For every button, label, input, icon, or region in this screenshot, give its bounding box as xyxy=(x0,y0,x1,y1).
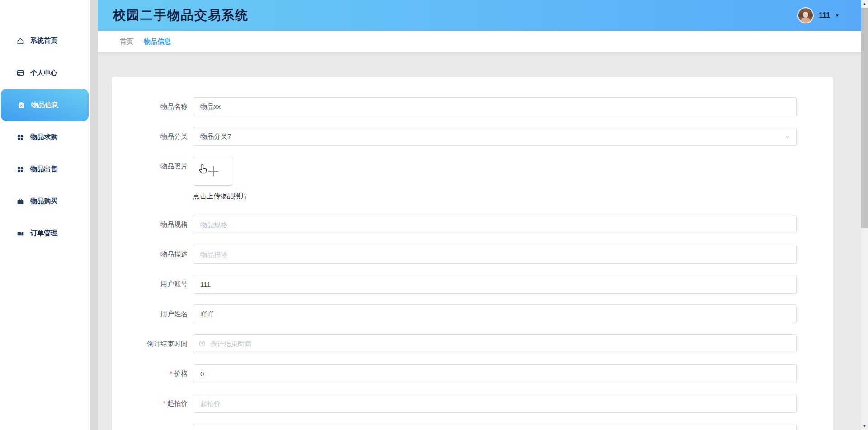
field-label: 倒计结束时间 xyxy=(112,334,193,353)
sidebar-item-personal-center[interactable]: 个人中心 xyxy=(0,57,90,89)
form-row-user-name: 用户姓名 xyxy=(112,304,797,323)
hand-cursor-icon xyxy=(197,163,209,175)
sidebar-item-label: 个人中心 xyxy=(30,69,57,77)
field-label: 物品描述 xyxy=(112,245,193,264)
sidebar-item-system-home[interactable]: 系统首页 xyxy=(0,25,90,57)
bid-increment-input[interactable] xyxy=(193,424,797,430)
sidebar-item-item-purchase[interactable]: 物品购买 xyxy=(0,185,90,217)
form-row-item-desc: 物品描述 xyxy=(112,245,797,264)
sidebar-item-label: 物品信息 xyxy=(31,101,58,109)
user-account-input[interactable] xyxy=(193,275,797,294)
field-label: 物品照片 xyxy=(112,157,193,201)
field-control xyxy=(193,394,797,413)
field-control xyxy=(193,97,797,116)
field-label-text: 物品分类 xyxy=(160,132,188,140)
form-row-item-photo: 物品照片 点击上传物品照片 xyxy=(112,157,797,201)
countdown-end-time-input[interactable] xyxy=(193,334,797,353)
field-label-text: 物品规格 xyxy=(160,220,188,228)
item-category-select[interactable]: 物品分类7 xyxy=(193,127,797,146)
hand-cursor-wrap xyxy=(197,163,209,177)
page: { "header": { "title": "校园二手物品交易系统", "us… xyxy=(0,0,868,430)
scrollbar-thumb[interactable] xyxy=(861,8,868,228)
field-label: *价格 xyxy=(112,364,193,383)
field-control xyxy=(193,215,797,234)
app-title: 校园二手物品交易系统 xyxy=(113,7,249,24)
ticket-icon xyxy=(16,229,24,238)
field-control: 点击上传物品照片 xyxy=(193,157,797,201)
sidebar-item-order-management[interactable]: 订单管理 xyxy=(0,217,90,249)
user-avatar[interactable] xyxy=(797,7,814,23)
form-row-price: *价格 xyxy=(112,364,797,383)
price-input[interactable] xyxy=(193,364,797,383)
field-control xyxy=(193,424,797,430)
item-name-input[interactable] xyxy=(193,97,797,116)
scroll-down-button[interactable]: ▼ xyxy=(861,422,868,430)
item-form: 物品名称物品分类物品分类7 物品照片 点击上传物品照片物品规格物品描述用户账号用… xyxy=(112,97,797,430)
page-scrollbar[interactable]: ▲ ▼ xyxy=(861,0,868,430)
field-control: 物品分类7 xyxy=(193,127,797,146)
starting-price-input[interactable] xyxy=(193,394,797,413)
field-label: 用户账号 xyxy=(112,275,193,294)
field-label-text: 价格 xyxy=(174,369,188,377)
breadcrumb: 首页物品信息 xyxy=(98,31,861,52)
chevron-down-icon xyxy=(784,134,791,140)
username: 111 xyxy=(819,11,830,19)
breadcrumb-item-home[interactable]: 首页 xyxy=(120,37,133,46)
sidebar-item-item-sale[interactable]: 物品出售 xyxy=(0,153,90,185)
form-row-user-account: 用户账号 xyxy=(112,275,797,294)
main-area: 校园二手物品交易系统 111 ▼ 首页物品信息 物品名称物品分类物品分类7 物品… xyxy=(98,0,861,430)
sidebar-menu: 系统首页个人中心物品信息物品求购物品出售物品购买订单管理 xyxy=(0,0,90,249)
dropdown-caret-icon[interactable]: ▼ xyxy=(835,14,840,18)
user-name-input[interactable] xyxy=(193,304,797,323)
sidebar-item-label: 物品求购 xyxy=(30,133,57,141)
sidebar-item-item-wanted[interactable]: 物品求购 xyxy=(0,121,90,153)
field-label: 物品规格 xyxy=(112,215,193,234)
item-form-card: 物品名称物品分类物品分类7 物品照片 点击上传物品照片物品规格物品描述用户账号用… xyxy=(112,77,833,430)
top-header-bar: 校园二手物品交易系统 111 ▼ xyxy=(98,0,861,31)
field-label-text: 物品照片 xyxy=(160,162,188,170)
user-menu[interactable]: 111 ▼ xyxy=(797,0,840,31)
field-control xyxy=(193,304,797,323)
sidebar: 系统首页个人中心物品信息物品求购物品出售物品购买订单管理 xyxy=(0,0,90,430)
form-row-countdown-end-time: 倒计结束时间 xyxy=(112,334,797,353)
field-label: 用户姓名 xyxy=(112,304,193,323)
select-value: 物品分类7 xyxy=(200,132,231,141)
home-icon xyxy=(16,37,24,45)
required-asterisk: * xyxy=(163,399,165,407)
clipboard-icon xyxy=(17,101,25,109)
chevron-wrap xyxy=(784,134,791,142)
field-label: *起拍价 xyxy=(112,394,193,413)
item-desc-input[interactable] xyxy=(193,245,797,264)
card-icon xyxy=(16,69,24,77)
field-label: 物品分类 xyxy=(112,127,193,146)
sidebar-item-label: 物品出售 xyxy=(30,165,57,173)
field-control xyxy=(193,245,797,264)
item-spec-input[interactable] xyxy=(193,215,797,234)
breadcrumb-item-item-info[interactable]: 物品信息 xyxy=(144,37,171,46)
grid-icon xyxy=(16,133,24,141)
scroll-up-button[interactable]: ▲ xyxy=(861,0,868,8)
field-control xyxy=(193,334,797,353)
form-row-item-spec: 物品规格 xyxy=(112,215,797,234)
field-control xyxy=(193,364,797,383)
sidebar-item-label: 系统首页 xyxy=(30,37,57,45)
form-row-bid-increment xyxy=(112,424,797,430)
sidebar-item-item-info[interactable]: 物品信息 xyxy=(1,89,89,121)
field-label-text: 物品描述 xyxy=(160,250,188,258)
briefcase-icon xyxy=(16,197,24,206)
field-control xyxy=(193,275,797,294)
grid-icon xyxy=(16,165,24,173)
field-label-text: 倒计结束时间 xyxy=(147,340,188,347)
sidebar-item-label: 物品购买 xyxy=(30,197,57,206)
field-label-text: 物品名称 xyxy=(160,103,188,110)
form-row-item-category: 物品分类物品分类7 xyxy=(112,127,797,146)
field-label: 物品名称 xyxy=(112,97,193,116)
required-asterisk: * xyxy=(170,369,172,377)
form-row-item-name: 物品名称 xyxy=(112,97,797,116)
field-label-text: 起拍价 xyxy=(167,399,188,407)
upload-wrap: 点击上传物品照片 xyxy=(193,157,797,201)
field-label-text: 用户姓名 xyxy=(160,310,188,318)
upload-hint: 点击上传物品照片 xyxy=(193,192,247,201)
item-photo-upload-button[interactable] xyxy=(193,157,233,186)
content-area: 物品名称物品分类物品分类7 物品照片 点击上传物品照片物品规格物品描述用户账号用… xyxy=(98,52,861,430)
